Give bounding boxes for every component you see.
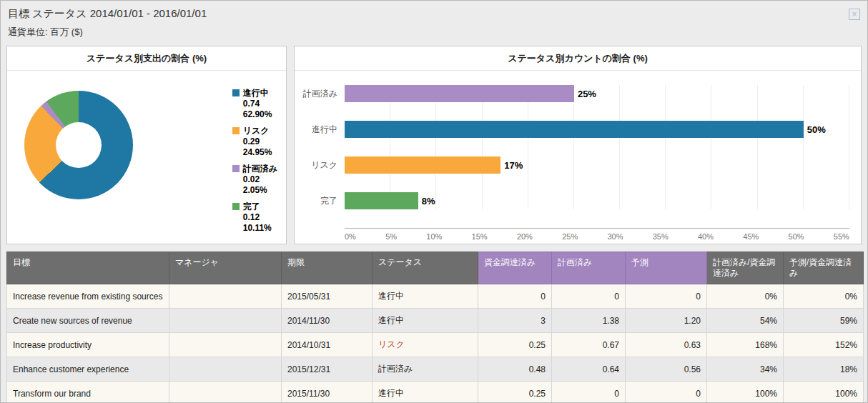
table-cell: 進行中 — [373, 382, 478, 403]
table-cell: 進行中 — [373, 309, 478, 333]
table-row[interactable]: Create new sources of revenue2014/11/30進… — [7, 309, 864, 333]
table-cell: 進行中 — [373, 284, 478, 309]
bar-value-label: 17% — [504, 160, 523, 171]
table-cell: 0 — [626, 382, 707, 403]
bar-row: 計画済み 25% — [345, 85, 849, 102]
legend-swatch — [232, 89, 240, 96]
table-cell: 3 — [478, 309, 552, 333]
goal-status-dialog: 目標 ステータス 2014/01/01 - 2016/01/01 × 通貨単位:… — [0, 0, 868, 403]
x-axis-tick-label: 30% — [607, 232, 623, 241]
table-cell: 0 — [552, 284, 626, 309]
legend-item[interactable]: 完了 0.12 10.11% — [232, 201, 277, 234]
bar[interactable] — [345, 192, 418, 209]
table-cell: リスク — [373, 333, 478, 357]
spend-chart-title: ステータス別支出の割合 (%) — [7, 46, 286, 71]
table-cell: 2015/12/31 — [282, 357, 373, 382]
table-row[interactable]: Increase revenue from existing sources20… — [7, 284, 864, 309]
table-body: Increase revenue from existing sources20… — [7, 284, 864, 403]
bar-value-label: 50% — [807, 124, 826, 135]
bar-value-label: 25% — [578, 89, 596, 99]
x-axis-tick-label: 25% — [562, 232, 578, 241]
bar-row: 進行中 50% — [345, 121, 849, 138]
table-cell: 0.48 — [478, 357, 552, 382]
x-axis-tick-label: 20% — [517, 232, 533, 241]
bar[interactable] — [345, 156, 500, 174]
bar-category-label: 完了 — [295, 195, 337, 207]
x-axis-tick-label: 35% — [653, 232, 669, 241]
table-cell: 168% — [707, 333, 784, 357]
bar-chart: 計画済み 25% 進行中 50% リスク 17% — [295, 71, 861, 241]
col-header-planned-funded-ratio[interactable]: 計画済み/資金調達済み — [707, 252, 784, 284]
table-row[interactable]: Increase productivity2014/10/31リスク0.250.… — [7, 333, 864, 357]
bar-row: リスク 17% — [345, 156, 849, 174]
currency-unit-label: 通貨単位: 百万 ($) — [1, 24, 867, 46]
legend-label: 進行中 — [243, 88, 269, 98]
table-cell: 0% — [707, 284, 784, 309]
chart-panels: ステータス別支出の割合 (%) 進行中 0.74 62.90% リスク 0.29… — [1, 46, 867, 244]
legend-percent: 2.05% — [232, 185, 277, 196]
table-row[interactable]: Enhance customer experience2015/12/31計画済… — [7, 357, 864, 382]
legend-swatch — [232, 165, 240, 172]
col-header-forecast[interactable]: 予測 — [626, 252, 707, 284]
table-cell — [169, 284, 282, 309]
table-cell: 0.67 — [552, 333, 626, 357]
col-header-deadline[interactable]: 期限 — [282, 252, 373, 284]
legend-swatch — [232, 203, 240, 210]
col-header-forecast-funded-ratio[interactable]: 予測/資金調達済み — [784, 252, 864, 284]
col-header-status[interactable]: ステータス — [373, 252, 478, 284]
bar-row: 完了 8% — [345, 192, 849, 209]
table-cell: 0 — [626, 284, 707, 309]
table-cell: 0.56 — [626, 357, 707, 382]
table-cell: 2014/10/31 — [282, 333, 373, 357]
goals-table: 目標 マネージャ 期限 ステータス 資金調達済み 計画済み 予測 計画済み/資金… — [6, 252, 864, 403]
table-cell: 2015/05/31 — [282, 284, 373, 309]
legend-item[interactable]: 計画済み 0.02 2.05% — [232, 164, 277, 196]
legend-value: 0.02 — [232, 174, 277, 185]
table-cell: 100% — [707, 382, 784, 403]
table-cell: 18% — [784, 357, 864, 382]
legend-value: 0.74 — [232, 99, 277, 109]
table-cell: 152% — [784, 333, 864, 357]
legend-label: 計画済み — [243, 164, 277, 174]
x-axis-tick-label: 15% — [472, 232, 488, 241]
table-cell: 0% — [784, 284, 864, 309]
col-header-goal[interactable]: 目標 — [7, 252, 169, 284]
table-cell: 0.25 — [478, 333, 552, 357]
col-header-planned[interactable]: 計画済み — [552, 252, 626, 284]
x-axis-tick-label: 45% — [743, 232, 759, 241]
legend-item[interactable]: リスク 0.29 24.95% — [232, 126, 277, 158]
page-title: 目標 ステータス 2014/01/01 - 2016/01/01 — [8, 7, 207, 21]
legend-label: リスク — [243, 126, 270, 136]
table-header-row: 目標 マネージャ 期限 ステータス 資金調達済み 計画済み 予測 計画済み/資金… — [7, 252, 864, 284]
table-cell: 0.64 — [552, 357, 626, 382]
table-cell: 100% — [784, 382, 864, 403]
table-cell: 2015/11/30 — [282, 382, 373, 403]
col-header-funded[interactable]: 資金調達済み — [478, 252, 552, 284]
bar-category-label: 計画済み — [295, 88, 337, 100]
x-axis-tick-label: 0% — [345, 232, 356, 241]
title-bar: 目標 ステータス 2014/01/01 - 2016/01/01 × — [1, 1, 867, 24]
count-by-status-panel: ステータス別カウントの割合 (%) 計画済み 25% 進行中 50% リスク — [294, 46, 862, 244]
close-icon[interactable]: × — [849, 9, 860, 20]
bar[interactable] — [345, 85, 574, 102]
x-axis-tick-label: 50% — [789, 232, 804, 241]
legend-percent: 62.90% — [232, 109, 277, 120]
table-cell: 計画済み — [373, 357, 478, 382]
table-cell: 54% — [707, 309, 784, 333]
bar[interactable] — [345, 121, 804, 138]
bar-value-label: 8% — [422, 196, 435, 207]
donut-chart[interactable] — [24, 91, 133, 199]
table-cell — [169, 382, 282, 403]
x-axis-tick-label: 55% — [834, 232, 849, 241]
table-cell: Create new sources of revenue — [7, 309, 169, 333]
table-cell: 0.63 — [626, 333, 707, 357]
bar-plot-area: 計画済み 25% 進行中 50% リスク 17% — [345, 85, 849, 209]
col-header-manager[interactable]: マネージャ — [169, 252, 282, 284]
x-axis-tick-label: 40% — [698, 232, 714, 241]
table-cell: Increase productivity — [7, 333, 169, 357]
table-cell: 34% — [707, 357, 784, 382]
spend-by-status-panel: ステータス別支出の割合 (%) 進行中 0.74 62.90% リスク 0.29… — [6, 46, 287, 244]
table-row[interactable]: Transform our brand2015/11/30進行中0.250010… — [7, 382, 864, 403]
table-cell: 0 — [552, 382, 626, 403]
legend-item[interactable]: 進行中 0.74 62.90% — [232, 88, 277, 120]
